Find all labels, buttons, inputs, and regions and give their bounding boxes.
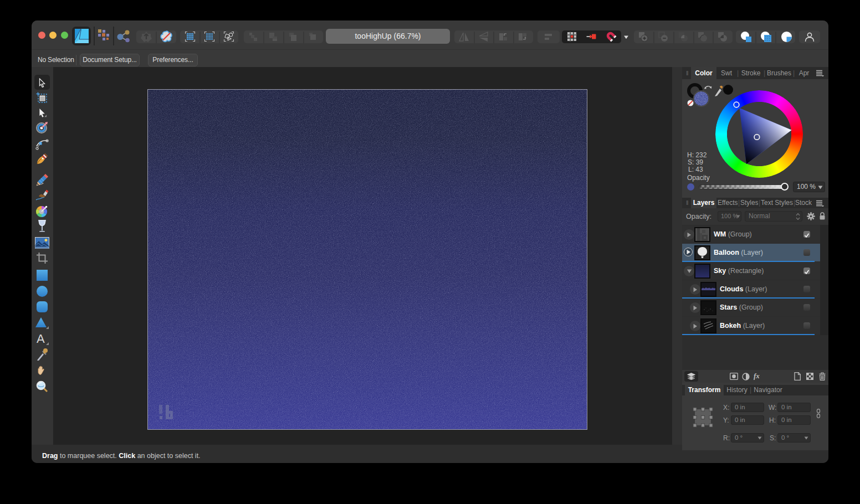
svg-text:A: A <box>37 332 45 346</box>
